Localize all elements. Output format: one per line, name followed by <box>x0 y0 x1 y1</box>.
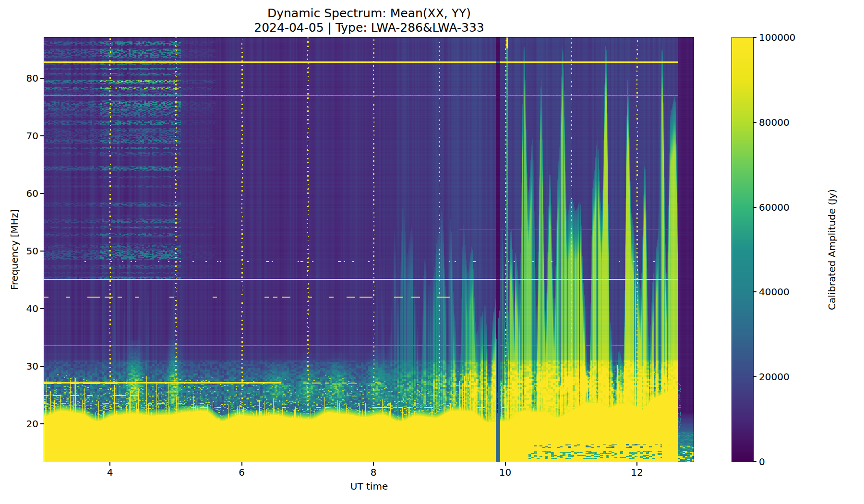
colorbar-tick-mark <box>754 37 756 38</box>
colorbar-tick-label: 100000 <box>759 32 795 43</box>
y-tick-label: 60 <box>14 188 38 199</box>
x-tick-mark <box>373 462 374 466</box>
y-tick-mark <box>40 135 44 136</box>
y-tick-label: 30 <box>14 360 38 372</box>
colorbar-tick-mark <box>754 291 756 292</box>
colorbar-tick-label: 40000 <box>759 286 790 298</box>
y-tick-label: 50 <box>14 245 38 257</box>
y-tick-mark <box>40 423 44 424</box>
x-tick-mark <box>109 462 110 466</box>
colorbar-tick-label: 20000 <box>759 371 790 383</box>
y-tick-mark <box>40 308 44 309</box>
colorbar-tick-mark <box>754 376 756 377</box>
colorbar-gradient <box>732 37 753 462</box>
x-tick-label: 12 <box>631 467 643 478</box>
colorbar-tick-mark <box>754 207 756 208</box>
y-tick-label: 70 <box>14 130 38 142</box>
x-tick-label: 10 <box>499 467 511 478</box>
y-tick-mark <box>40 251 44 252</box>
x-tick-label: 4 <box>107 467 113 478</box>
x-tick-mark <box>241 462 242 466</box>
colorbar-tick-mark <box>754 122 756 123</box>
x-tick-mark <box>636 462 637 466</box>
colorbar-tick-mark <box>754 461 756 462</box>
y-tick-label: 80 <box>14 72 38 84</box>
y-tick-mark <box>40 78 44 79</box>
y-tick-label: 40 <box>14 303 38 314</box>
figure: Dynamic Spectrum: Mean(XX, YY) 2024-04-0… <box>0 0 864 504</box>
x-axis-label: UT time <box>350 480 388 492</box>
chart-title: Dynamic Spectrum: Mean(XX, YY) 2024-04-0… <box>254 6 484 35</box>
colorbar-tick-label: 60000 <box>759 202 790 213</box>
spectrogram-heatmap <box>44 37 694 462</box>
colorbar-tick-label: 80000 <box>759 117 790 128</box>
colorbar-label: Calibrated Amplitude (Jy) <box>826 189 838 310</box>
y-tick-mark <box>40 193 44 194</box>
x-tick-mark <box>505 462 506 466</box>
chart-title-line2: 2024-04-05 | Type: LWA-286&LWA-333 <box>254 21 484 35</box>
x-tick-label: 8 <box>371 467 377 478</box>
y-tick-mark <box>40 366 44 367</box>
y-tick-label: 20 <box>14 418 38 430</box>
chart-title-line1: Dynamic Spectrum: Mean(XX, YY) <box>254 6 484 21</box>
x-tick-label: 6 <box>239 467 245 478</box>
colorbar-tick-label: 0 <box>759 456 765 468</box>
